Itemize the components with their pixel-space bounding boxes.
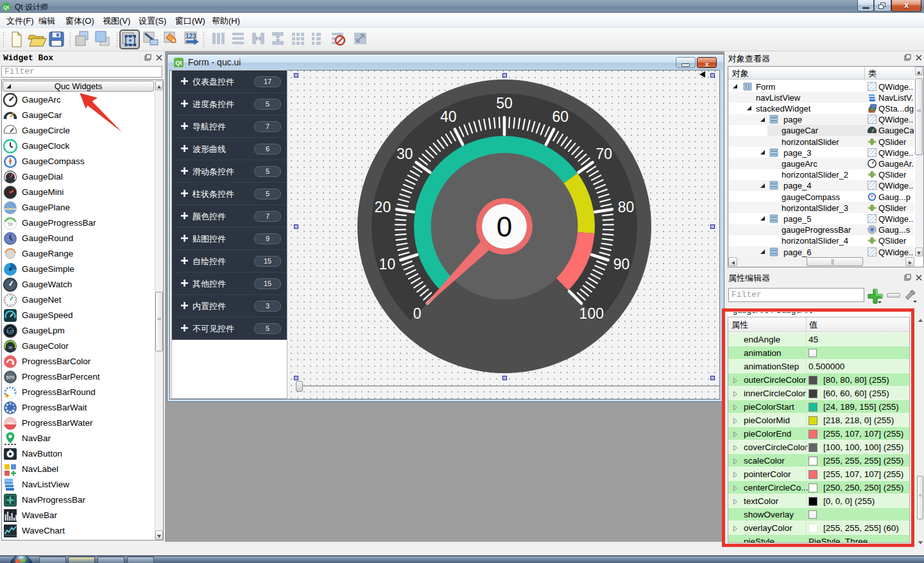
svg-text:90: 90 [613, 256, 630, 273]
svg-text:60: 60 [552, 108, 569, 125]
svg-text:Qt: Qt [3, 4, 9, 10]
svg-text:80: 80 [618, 199, 635, 215]
svg-text:70: 70 [596, 146, 613, 162]
svg-text:2.27: 2.27 [7, 330, 14, 333]
svg-text:50: 50 [496, 95, 513, 112]
svg-text:50%: 50% [6, 375, 15, 380]
svg-text:36: 36 [8, 346, 13, 349]
svg-text:0: 0 [413, 305, 422, 322]
svg-text:40: 40 [440, 108, 457, 125]
svg-text:Qt: Qt [176, 60, 182, 66]
svg-text:20: 20 [375, 199, 391, 215]
svg-text:30: 30 [397, 146, 413, 162]
svg-text:0: 0 [497, 211, 512, 242]
svg-text:10: 10 [379, 256, 396, 273]
svg-text:74%: 74% [6, 421, 13, 425]
svg-text:56: 56 [8, 222, 13, 226]
svg-text:100: 100 [579, 305, 604, 322]
svg-text:123: 123 [185, 33, 196, 40]
